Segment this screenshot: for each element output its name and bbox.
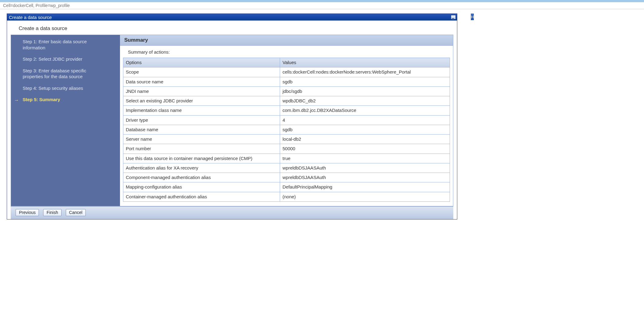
option-cell: Implementation class name xyxy=(123,106,280,115)
summary-subtitle: Summary of actions: xyxy=(120,46,453,56)
summary-table-header-row: Options Values xyxy=(123,58,450,67)
value-cell: 4 xyxy=(280,115,450,125)
wizard-step-3[interactable]: Step 3: Enter database specific properti… xyxy=(23,68,90,80)
value-cell: sgdb xyxy=(280,77,450,86)
table-row: Server namelocal-db2 xyxy=(123,135,450,144)
arrow-right-icon: → xyxy=(14,97,19,104)
wizard-step-1[interactable]: Step 1: Enter basic data source informat… xyxy=(23,39,90,51)
value-cell: wpdbJDBC_db2 xyxy=(280,96,450,106)
table-row: JNDI namejdbc/sgdb xyxy=(123,86,450,96)
table-row: Use this data source in container manage… xyxy=(123,154,450,163)
wizard-main: Summary Summary of actions: Options Valu… xyxy=(120,35,453,206)
table-row: Port number50000 xyxy=(123,144,450,154)
value-cell: true xyxy=(280,154,450,163)
table-row: Database namesgdb xyxy=(123,125,450,134)
wizard-container: Step 1: Enter basic data source informat… xyxy=(11,35,453,206)
value-cell: local-db2 xyxy=(280,135,450,144)
option-cell: Driver type xyxy=(123,115,280,125)
value-cell: cells:dockerCell:nodes:dockerNode:server… xyxy=(280,67,450,77)
option-cell: Database name xyxy=(123,125,280,134)
panel-titlebar: Create a data source xyxy=(7,14,457,21)
value-cell: sgdb xyxy=(280,125,450,134)
value-cell: 50000 xyxy=(280,144,450,154)
summary-section-title: Summary xyxy=(120,35,453,46)
panel-heading: Create a data source xyxy=(19,25,453,32)
option-cell: Mapping-configuration alias xyxy=(123,182,280,192)
value-cell: DefaultPrincipalMapping xyxy=(280,182,450,192)
breadcrumb: Cell=dockerCell, Profile=wp_profile xyxy=(0,2,644,9)
option-cell: Component-managed authentication alias xyxy=(123,173,280,182)
option-cell: Container-managed authentication alias xyxy=(123,192,280,201)
table-row: Mapping-configuration aliasDefaultPrinci… xyxy=(123,182,450,192)
option-cell: Authentication alias for XA recovery xyxy=(123,163,280,173)
table-row: Data source namesgdb xyxy=(123,77,450,86)
value-cell: jdbc/sgdb xyxy=(280,86,450,96)
table-row: Driver type4 xyxy=(123,115,450,125)
option-cell: Scope xyxy=(123,67,280,77)
previous-button[interactable]: Previous xyxy=(16,209,39,216)
value-cell: wpreldbDSJAASAuth xyxy=(280,173,450,182)
summary-table: Options Values Scopecells:dockerCell:nod… xyxy=(123,58,450,202)
value-cell: (none) xyxy=(280,192,450,201)
page-wrap: Create a data source Create a data sourc… xyxy=(0,9,644,229)
values-column-header: Values xyxy=(280,58,450,67)
table-row: Container-managed authentication alias(n… xyxy=(123,192,450,201)
wizard-steps-sidebar: Step 1: Enter basic data source informat… xyxy=(11,35,120,206)
wizard-panel: Create a data source Create a data sourc… xyxy=(7,13,457,219)
top-accent-bar xyxy=(0,0,644,2)
option-cell: JNDI name xyxy=(123,86,280,96)
option-cell: Select an existing JDBC provider xyxy=(123,96,280,106)
table-row: Authentication alias for XA recoverywpre… xyxy=(123,163,450,173)
option-cell: Server name xyxy=(123,135,280,144)
wizard-footer: Previous Finish Cancel xyxy=(11,206,453,219)
option-cell: Data source name xyxy=(123,77,280,86)
wizard-step-5-label: Step 5: Summary xyxy=(23,97,60,102)
minimize-icon[interactable] xyxy=(451,15,456,19)
value-cell: com.ibm.db2.jcc.DB2XADataSource xyxy=(280,106,450,115)
panel-body: Create a data source Step 1: Enter basic… xyxy=(7,21,457,219)
table-row: Scopecells:dockerCell:nodes:dockerNode:s… xyxy=(123,67,450,77)
wizard-step-5[interactable]: → Step 5: Summary xyxy=(23,97,90,103)
panel-title: Create a data source xyxy=(9,15,52,20)
table-row: Select an existing JDBC providerwpdbJDBC… xyxy=(123,96,450,106)
finish-button[interactable]: Finish xyxy=(43,209,61,216)
wizard-step-4[interactable]: Step 4: Setup security aliases xyxy=(23,85,90,91)
wizard-step-2[interactable]: Step 2: Select JDBC provider xyxy=(23,56,90,62)
option-cell: Use this data source in container manage… xyxy=(123,154,280,163)
cancel-button[interactable]: Cancel xyxy=(66,209,86,216)
option-cell: Port number xyxy=(123,144,280,154)
value-cell: wpreldbDSJAASAuth xyxy=(280,163,450,173)
table-row: Component-managed authentication aliaswp… xyxy=(123,173,450,182)
options-column-header: Options xyxy=(123,58,280,67)
table-row: Implementation class namecom.ibm.db2.jcc… xyxy=(123,106,450,115)
help-fragment-button[interactable]: H xyxy=(471,13,474,20)
